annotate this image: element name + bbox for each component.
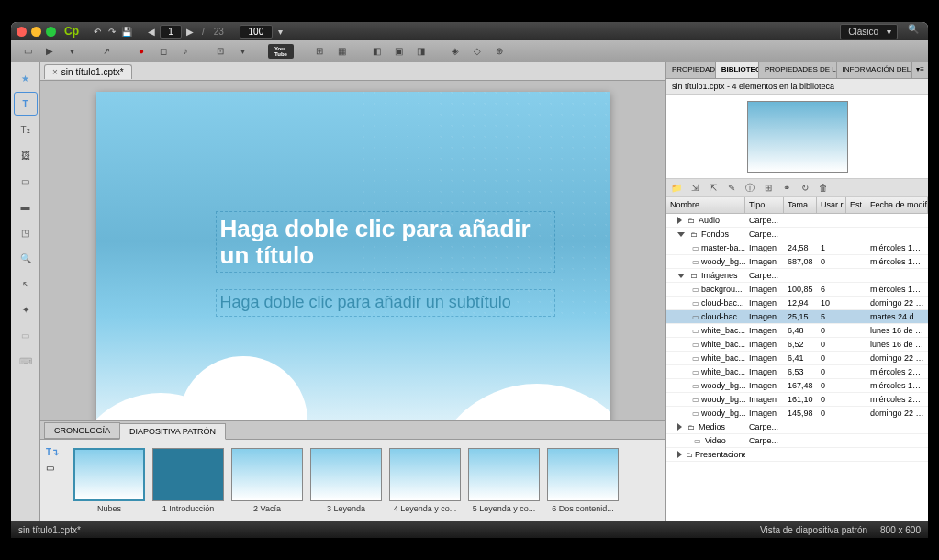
stop-button[interactable]: ◻	[154, 43, 173, 60]
minimize-window-button[interactable]	[31, 27, 41, 37]
capture-dropdown-icon[interactable]: ▾	[233, 43, 252, 60]
zoom-field[interactable]: 100	[240, 25, 273, 39]
disclosure-closed-icon[interactable]	[677, 217, 682, 224]
library-item[interactable]: ▭master-ba... Imagen 24,58 1 miércoles 1…	[666, 241, 928, 255]
refresh-icon[interactable]: ↻	[799, 182, 811, 195]
library-folder[interactable]: 🗀Imágenes Carpe...	[666, 269, 928, 283]
image-tool[interactable]: 🖼	[14, 143, 38, 167]
tab-master-slide[interactable]: DIAPOSITIVA PATRÓN	[119, 423, 226, 440]
align-center-button[interactable]: ▣	[389, 43, 408, 60]
library-folder[interactable]: 🗀Presentaciones	[666, 448, 928, 462]
play-button[interactable]: ▶	[40, 43, 59, 60]
text-tool[interactable]: T	[14, 92, 38, 116]
master-thumb[interactable]: 2 Vacía	[231, 448, 303, 513]
tab-project-info[interactable]: INFORMACIÓN DEL PROY	[837, 62, 913, 78]
play-dropdown-icon[interactable]: ▾	[62, 43, 81, 60]
grid-button[interactable]: ⊞	[310, 43, 329, 60]
text-caption-tool[interactable]: T₂	[14, 118, 38, 141]
library-item[interactable]: ▭cloud-bac... Imagen 25,15 5 martes 24 d…	[666, 310, 928, 324]
workspace-dropdown[interactable]: Clásico	[840, 24, 898, 39]
library-item[interactable]: ▭woody_bg... Imagen 145,98 0 domingo 22 …	[666, 407, 928, 420]
group-button[interactable]: ⊕	[490, 43, 509, 60]
document-tab[interactable]: × sin título1.cptx*	[44, 64, 132, 79]
tab-library[interactable]: BIBLIOTECA	[716, 62, 759, 78]
master-thumb[interactable]: Nubes	[73, 448, 145, 513]
audio-button[interactable]: ♪	[176, 43, 195, 60]
redo-icon[interactable]: ↷	[106, 25, 118, 38]
zoom-window-button[interactable]	[46, 27, 56, 37]
master-thumb[interactable]: 1 Introducción	[152, 448, 224, 513]
button-tool[interactable]: ▭	[14, 323, 38, 347]
search-icon[interactable]: 🔍	[908, 24, 922, 39]
col-usage[interactable]: Usar r...	[817, 197, 846, 213]
title-placeholder[interactable]: Haga doble clic para añadir un título	[216, 211, 555, 273]
library-item[interactable]: ▭white_bac... Imagen 6,41 0 domingo 22 d…	[666, 352, 928, 365]
slide-canvas[interactable]: Haga doble clic para añadir un título Ha…	[96, 92, 610, 420]
zoom-dropdown-icon[interactable]: ▾	[274, 25, 287, 38]
tab-slide-properties[interactable]: PROPIEDADES DE LAS PR	[759, 62, 837, 78]
library-item[interactable]: ▭white_bac... Imagen 6,48 0 lunes 16 de …	[666, 324, 928, 338]
master-thumb[interactable]: 6 Dos contenid...	[547, 448, 619, 513]
mouse-tool[interactable]: ↖	[14, 272, 38, 296]
import-icon[interactable]: ⇲	[688, 182, 701, 195]
disclosure-open-icon[interactable]	[677, 274, 685, 278]
canvas-area[interactable]: Haga doble clic para añadir un título Ha…	[40, 81, 665, 420]
export-icon[interactable]: ⇱	[707, 182, 720, 195]
undo-icon[interactable]: ↶	[91, 25, 104, 38]
col-status[interactable]: Est...	[846, 197, 866, 213]
slide-number-field[interactable]: 1	[160, 25, 182, 39]
col-date[interactable]: Fecha de modificación	[866, 197, 928, 213]
library-item[interactable]: ▭backgrou... Imagen 100,85 6 miércoles 1…	[666, 283, 928, 297]
capture-button[interactable]: ⊡	[211, 43, 229, 60]
usage-icon[interactable]: ⊞	[762, 182, 775, 195]
layer-front-button[interactable]: ◈	[446, 43, 464, 60]
disclosure-closed-icon[interactable]	[677, 423, 682, 431]
highlight-tool[interactable]: ▬	[14, 195, 38, 218]
library-folder[interactable]: 🗀Fondos Carpe...	[666, 228, 928, 241]
align-left-button[interactable]: ◧	[367, 43, 386, 60]
edit-icon[interactable]: ✎	[725, 182, 738, 195]
delete-icon[interactable]: 🗑	[817, 182, 830, 195]
library-item[interactable]: ▭Video Carpe...	[666, 434, 928, 448]
caption-tool[interactable]: ▭	[14, 169, 38, 193]
record-button[interactable]: ●	[132, 43, 151, 60]
zoom-tool[interactable]: 🔍	[14, 246, 38, 270]
library-folder[interactable]: 🗀Medios Carpe...	[666, 420, 928, 434]
library-item[interactable]: ▭white_bac... Imagen 6,52 0 lunes 16 de …	[666, 338, 928, 352]
tab-properties[interactable]: PROPIEDADES	[666, 62, 716, 78]
document-button[interactable]: ▭	[18, 43, 37, 60]
panel-menu-icon[interactable]: ▾≡	[912, 62, 928, 78]
table-button[interactable]: ▦	[332, 43, 351, 60]
library-item[interactable]: ▭woody_bg... Imagen 687,08 0 miércoles 1…	[666, 255, 928, 269]
disclosure-open-icon[interactable]	[677, 232, 685, 237]
library-list[interactable]: 🗀Audio Carpe... 🗀Fondos Carpe... ▭master…	[666, 214, 928, 521]
library-item[interactable]: ▭cloud-bac... Imagen 12,94 10 domingo 22…	[666, 297, 928, 310]
master-thumb[interactable]: 4 Leyenda y co...	[389, 448, 461, 513]
subtitle-placeholder[interactable]: Haga doble clic para añadir un subtítulo	[216, 289, 555, 317]
nav-prev-icon[interactable]: ◀	[145, 25, 158, 38]
nav-next-icon[interactable]: ▶	[184, 25, 196, 38]
align-right-button[interactable]: ◨	[411, 43, 430, 60]
save-icon[interactable]: 💾	[120, 25, 133, 38]
link-icon[interactable]: ⚭	[780, 182, 793, 195]
close-window-button[interactable]	[17, 27, 27, 37]
close-tab-icon[interactable]: ×	[52, 67, 58, 77]
tab-timeline[interactable]: CRONOLOGÍA	[44, 422, 120, 439]
layer-back-button[interactable]: ◇	[468, 43, 486, 60]
library-item[interactable]: ▭woody_bg... Imagen 167,48 0 miércoles 1…	[666, 379, 928, 393]
add-master-icon[interactable]: ▭	[46, 463, 59, 473]
master-thumb[interactable]: 3 Leyenda	[310, 448, 382, 513]
rollover-tool[interactable]: ◳	[14, 220, 38, 244]
export-button[interactable]: ↗	[97, 43, 116, 60]
library-item[interactable]: ▭white_bac... Imagen 6,53 0 miércoles 25…	[666, 365, 928, 379]
input-tool[interactable]: ⌨	[14, 349, 38, 373]
col-size[interactable]: Tama...	[784, 197, 817, 213]
properties-icon[interactable]: ⓘ	[743, 182, 756, 195]
disclosure-closed-icon[interactable]	[677, 451, 682, 458]
library-item[interactable]: ▭woody_bg... Imagen 161,10 0 miércoles 2…	[666, 393, 928, 407]
star-tool[interactable]: ★	[14, 66, 38, 90]
library-folder[interactable]: 🗀Audio Carpe...	[666, 214, 928, 228]
master-thumb[interactable]: 5 Leyenda y co...	[468, 448, 540, 513]
open-icon[interactable]: 📁	[670, 182, 683, 195]
youtube-button[interactable]: YouTube	[268, 44, 294, 59]
